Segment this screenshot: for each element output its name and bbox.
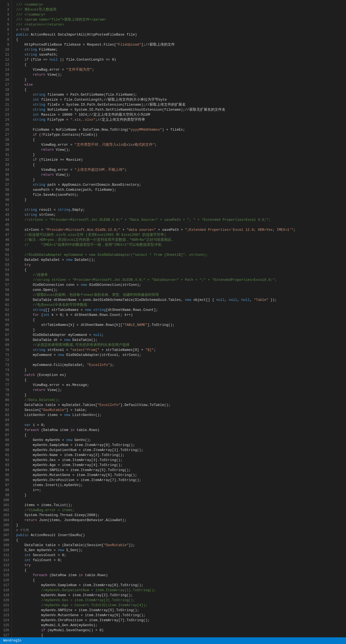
code-line [16,122,346,127]
code-line: string FileName; [16,47,346,52]
line-number: 113 [0,563,11,568]
code-line: foreach (DataRow item in table.Rows) [16,573,346,578]
code-line [16,247,346,252]
code-line [16,498,346,503]
code-line: conn.Open(); [16,288,346,293]
line-number: 112 [0,558,11,563]
line-number: 34 [0,167,11,172]
code-line: //OleDbDataAdapter myCommand = new OleDb… [16,252,346,257]
line-number: 64 [0,318,11,323]
code-line: } [16,177,346,182]
line-number: 59 [0,293,11,298]
code-line: ViewBag.error = "上传文件超过10M，不能上传"; [16,167,346,172]
line-number: 18 [0,87,11,92]
line-number: 49 [0,242,11,247]
code-line: myGenVo.Sex = item.ItemArray[3].ToString… [16,458,346,463]
line-number: 104 [0,518,11,523]
line-number: 39 [0,192,11,197]
code-line: { [16,37,346,42]
code-line: /// <returns></returns> [16,22,346,27]
line-number: 97 [0,483,11,488]
code-line: string path = AppDomain.CurrentDomain.Ba… [16,182,346,187]
line-number: 120 [0,598,11,603]
line-number: 9 [0,42,11,47]
code-line: HttpPostedFileBase filebase = Request.Fi… [16,42,346,47]
line-number: 89 [0,443,11,448]
code-line: DataTable table = (DataTable)(Session["D… [16,543,346,548]
line-number: 81 [0,403,11,408]
line-number: 71 [0,353,11,358]
code-line: //包含excel中表名的字符串数组 [16,303,346,308]
code-line: System.Threading.Thread.Sleep(2000); [16,513,346,518]
code-line: i++; [16,488,346,493]
code-line: } [16,393,346,398]
line-number: 8 [0,37,11,42]
line-number: 2 [0,7,11,12]
line-number: 26 [0,127,11,132]
code-line: int Maxsize = 10000 * 1024;//定义上传文件的最大空间… [16,112,346,117]
code-line: return View(); [16,72,346,77]
line-number: 84 [0,418,11,423]
code-line: S_Gen myGenVo = new S_Gen(); [16,548,346,553]
line-number: 3 [0,12,11,17]
line-number: 27 [0,132,11,137]
line-number: 55 [0,273,11,278]
line-number: 22 [0,107,11,112]
code-line: /// 将Excel导入数据库 [16,7,346,12]
code-line: else [16,82,346,87]
line-number: 37 [0,182,11,187]
code-line: 0 个引用 [16,27,346,32]
code-line: int SecessCount = 0; [16,553,346,558]
code-line: file.SaveAs(savePath); [16,192,346,197]
branch-name: Wendreg1n [3,639,21,643]
code-line: GenVo myGenVo = new GenVo(); [16,438,346,443]
code-line: { [16,538,346,543]
line-number: 122 [0,608,11,613]
code-line: FileName = NoFileName + DateTime.Now.ToS… [16,127,346,132]
line-number: 102 [0,508,11,513]
line-number: 107 [0,533,11,538]
code-line: ListGenVo> items = new List<GenVo>(); [16,413,346,418]
code-line: public ActionResult DataImportAll(HttpPo… [16,32,346,37]
code-line: /// <summary> [16,2,346,7]
code-line: //连接串 [16,273,346,278]
line-number: 42 [0,207,11,212]
line-number: 73 [0,363,11,368]
code-line [16,358,346,363]
line-number: 91 [0,453,11,458]
line-number: 46 [0,227,11,232]
code-line: } [16,77,346,82]
line-number: 57 [0,283,11,288]
status-bar: Wendreg1n [0,637,346,644]
code-line: string result = string.Empty; [16,207,346,212]
code-line: /// </summary> [16,12,346,17]
code-line: var i = 0; [16,423,346,428]
line-number: 100 [0,498,11,503]
code-line: //myGenVo.Sex = item.ItemArray[3].ToStri… [16,598,346,603]
code-line: } [16,523,346,528]
code-line: items.Insert(i,myGenVo); [16,483,346,488]
line-number: 10 [0,47,11,52]
code-line: try [16,262,346,267]
code-line: if (myModel.SaveChanges() > 0) [16,628,346,633]
code-line: //string strConn = "Provider=Microsoft.J… [16,278,346,283]
code-area[interactable]: /// <summary>/// 将Excel导入数据库/// </summar… [12,0,346,644]
code-line: DataSet myDataSet = new DataSet(); [16,257,346,262]
line-number: 56 [0,278,11,283]
line-number: 86 [0,428,11,433]
code-line: try [16,563,346,568]
code-line: myGenVo.Age = item.ItemArray[4].ToString… [16,463,346,468]
line-number: 20 [0,97,11,102]
code-line: Session["DaoRutable"] = table; [16,408,346,413]
code-line: foreach (DataRow item in table.Rows) [16,428,346,433]
line-number: 6 [0,27,11,32]
code-line: myGenVo.MutantGene = item.ItemArray[6].T… [16,613,346,618]
code-line: { [16,267,346,273]
line-number: 48 [0,237,11,242]
line-number: 94 [0,468,11,473]
line-number: 101 [0,503,11,508]
code-line: //获取Excel的架构，包括每个sheet表的名称、类型、创建时间和修改时间等 [16,293,346,298]
code-line: myGenVo.SNPSite = item.ItemArray[5].ToSt… [16,468,346,473]
line-number: 95 [0,473,11,478]
line-number: 75 [0,373,11,378]
